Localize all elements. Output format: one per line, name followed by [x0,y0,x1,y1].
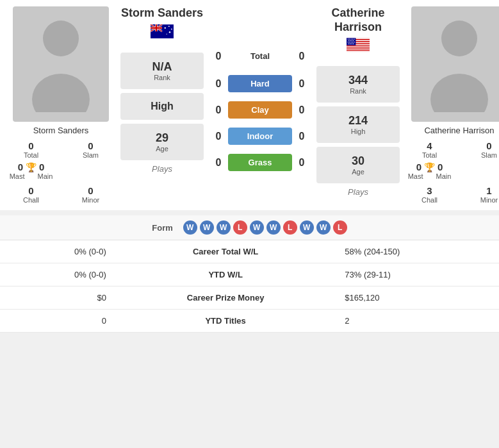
right-player-stats: 4 Total 0 Slam [405,140,499,159]
left-minor-block: 0 Minor [66,185,115,204]
right-rank-label: Rank [327,87,389,95]
svg-point-37 [350,42,351,42]
right-trophy-icon: 🏆 [424,162,435,172]
right-high-box: 214 High [316,106,400,143]
svg-point-34 [353,40,354,41]
stats-center-1: YTD W/L [119,263,332,286]
left-bottom-stats: 0 Chall 0 Minor [6,185,115,204]
right-high-value: 214 [327,114,389,128]
stats-row-1: 0% (0-0) YTD W/L 73% (29-11) [0,263,499,286]
right-total-block: 4 Total [405,140,454,159]
svg-point-45 [430,74,488,112]
svg-point-12 [165,27,166,28]
form-badge-3: L [233,220,247,235]
left-info-name: Storm Sanders [121,6,203,21]
left-high-value: High [131,101,193,112]
stats-left-2: $0 [0,286,119,310]
left-rank-box: N/A Rank [120,53,204,89]
bottom-section: Form WWWLWWLWWL 0% (0-0) Career Total W/… [0,215,499,333]
right-plays: Plays [348,187,368,197]
right-age-box: 30 Age [316,147,400,183]
right-main-value: 0 [438,162,443,172]
right-slam-block: 0 Slam [464,140,499,159]
right-rank-value: 344 [327,74,389,87]
left-high-box: High [120,93,204,120]
form-badge-5: W [266,220,281,235]
right-high-label: High [327,128,389,135]
stats-right-1: 73% (29-11) [332,263,499,286]
right-total-value: 4 [427,140,432,151]
right-main-label: Main [436,172,452,180]
svg-point-27 [349,38,350,39]
stats-table: 0% (0-0) Career Total W/L 58% (204-150) … [0,240,499,333]
left-slam-value: 0 [88,140,93,151]
right-info-name: Catherine Harrison [316,6,400,34]
center-scores: 0 Total 0 0 Hard 0 0 Clay 0 0 Indoor 0 0… [209,6,311,204]
form-badge-6: L [283,220,297,235]
stats-right-3: 2 [332,310,499,333]
left-total-label: Total [24,151,38,159]
hard-score-row: 0 Hard 0 [209,75,311,92]
left-mast-value: 0 [18,162,23,172]
left-chall-value: 0 [28,185,33,196]
clay-score-row: 0 Clay 0 [209,101,311,119]
clay-label: Clay [228,101,292,119]
indoor-label: Indoor [228,128,292,145]
right-minor-label: Minor [480,196,498,204]
svg-point-38 [352,42,353,42]
left-trophy-icon: 🏆 [26,162,37,172]
hard-label: Hard [228,75,292,92]
indoor-score-right: 0 [292,131,311,142]
clay-score-right: 0 [292,104,311,116]
total-score-row: 0 Total 0 [209,47,311,65]
form-badge-9: L [333,220,347,235]
right-player-name: Catherine Harrison [424,126,494,135]
svg-point-26 [348,38,348,39]
left-main-value: 0 [39,162,44,172]
svg-point-43 [353,44,354,44]
left-trophy-row: 0 🏆 0 Mast Main [6,162,115,180]
right-chall-label: Chall [421,196,438,204]
form-label: Form [152,223,173,233]
right-minor-value: 1 [486,185,491,196]
total-label: Total [228,47,292,65]
left-slam-label: Slam [83,151,99,159]
svg-point-35 [348,42,348,42]
right-bottom-stats: 3 Chall 1 Minor [405,185,499,204]
svg-point-42 [352,44,352,44]
hard-score-right: 0 [292,78,311,90]
left-rank-label: Rank [131,74,193,81]
left-mast-block: 0 🏆 0 Mast Main [6,162,56,180]
indoor-score-left: 0 [209,131,228,142]
stats-center-2: Career Prize Money [119,286,332,310]
left-plays: Plays [152,164,172,174]
form-row: Form WWWLWWLWWL [0,215,499,240]
grass-score-row: 0 Grass 0 [209,154,311,171]
right-trophy-row: 0 🏆 0 Mast Main [405,162,499,180]
left-player-avatar [13,6,109,122]
svg-point-16 [167,33,167,34]
svg-point-28 [350,38,351,39]
svg-rect-22 [347,47,370,48]
right-rank-box: 344 Rank [316,66,400,103]
form-badge-2: W [217,220,231,235]
svg-rect-23 [347,49,370,50]
svg-point-39 [354,42,354,42]
svg-point-36 [349,42,350,42]
right-minor-block: 1 Minor [464,185,499,204]
right-mast-label: Mast [408,172,423,180]
left-slam-block: 0 Slam [66,140,115,159]
stats-center-0: Career Total W/L [119,240,332,263]
svg-point-15 [169,31,170,33]
right-mast-value: 0 [416,162,421,172]
svg-point-33 [352,40,352,41]
form-badge-4: W [250,220,264,235]
svg-point-40 [348,44,349,44]
left-main-label: Main [38,172,53,180]
stats-row-3: 0 YTD Titles 2 [0,310,499,333]
top-section: Storm Sanders 0 Total 0 Slam 0 🏆 0 Mast [0,0,499,210]
left-mast-label: Mast [10,172,25,180]
form-badge-7: W [300,220,314,235]
stats-left-0: 0% (0-0) [0,240,119,263]
right-flag [347,38,370,56]
